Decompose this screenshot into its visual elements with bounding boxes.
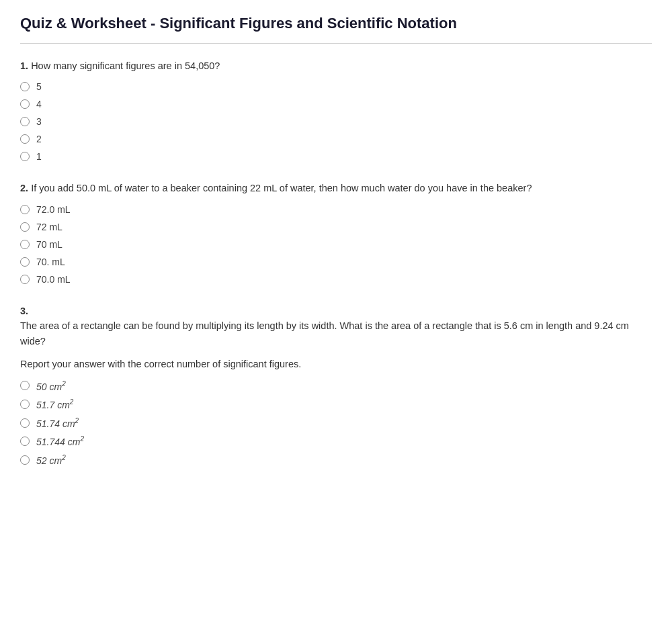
option-label: 70 mL bbox=[36, 239, 62, 250]
list-item[interactable]: 5 bbox=[20, 81, 652, 92]
option-label: 52 cm2 bbox=[36, 454, 66, 466]
page-title: Quiz & Worksheet - Significant Figures a… bbox=[20, 13, 652, 44]
q3-body: The area of a rectangle can be found by … bbox=[20, 320, 629, 346]
list-item[interactable]: 51.7 cm2 bbox=[20, 398, 652, 410]
radio-q3-5[interactable] bbox=[20, 455, 30, 465]
question-3: 3. The area of a rectangle can be found … bbox=[20, 304, 652, 466]
radio-q3-3[interactable] bbox=[20, 418, 30, 428]
option-label: 51.7 cm2 bbox=[36, 398, 73, 410]
option-label: 5 bbox=[36, 81, 42, 92]
q3-subtext: Report your answer with the correct numb… bbox=[20, 357, 652, 371]
list-item[interactable]: 72.0 mL bbox=[20, 204, 652, 215]
option-label: 70.0 mL bbox=[36, 274, 71, 285]
option-label: 50 cm2 bbox=[36, 380, 66, 392]
radio-q2-1[interactable] bbox=[20, 205, 30, 214]
list-item[interactable]: 4 bbox=[20, 99, 652, 109]
q1-options: 5 4 3 2 1 bbox=[20, 81, 652, 162]
list-item[interactable]: 2 bbox=[20, 134, 652, 144]
radio-q2-4[interactable] bbox=[20, 257, 30, 267]
radio-q3-2[interactable] bbox=[20, 400, 30, 409]
list-item[interactable]: 51.744 cm2 bbox=[20, 435, 652, 447]
list-item[interactable]: 70. mL bbox=[20, 257, 652, 267]
radio-q2-5[interactable] bbox=[20, 275, 30, 284]
list-item[interactable]: 50 cm2 bbox=[20, 380, 652, 392]
option-label: 51.744 cm2 bbox=[36, 435, 84, 447]
q2-body: If you add 50.0 mL of water to a beaker … bbox=[31, 183, 532, 193]
list-item[interactable]: 3 bbox=[20, 116, 652, 127]
list-item[interactable]: 52 cm2 bbox=[20, 454, 652, 466]
option-label: 70. mL bbox=[36, 257, 65, 267]
list-item[interactable]: 51.74 cm2 bbox=[20, 417, 652, 429]
q3-options: 50 cm2 51.7 cm2 51.74 cm2 51.744 cm2 52 … bbox=[20, 380, 652, 466]
radio-q2-2[interactable] bbox=[20, 222, 30, 232]
option-label: 3 bbox=[36, 116, 42, 127]
radio-q1-1[interactable] bbox=[20, 152, 30, 161]
list-item[interactable]: 70.0 mL bbox=[20, 274, 652, 285]
option-label: 2 bbox=[36, 134, 42, 144]
q2-options: 72.0 mL 72 mL 70 mL 70. mL 70.0 mL bbox=[20, 204, 652, 285]
list-item[interactable]: 72 mL bbox=[20, 222, 652, 232]
radio-q3-4[interactable] bbox=[20, 437, 30, 446]
list-item[interactable]: 70 mL bbox=[20, 239, 652, 250]
option-label: 1 bbox=[36, 151, 42, 162]
question-1: 1. How many significant figures are in 5… bbox=[20, 58, 652, 162]
option-label: 4 bbox=[36, 99, 42, 109]
question-1-text: 1. How many significant figures are in 5… bbox=[20, 58, 652, 73]
q1-number: 1. bbox=[20, 60, 28, 71]
option-label: 72.0 mL bbox=[36, 204, 71, 215]
question-3-text: 3. The area of a rectangle can be found … bbox=[20, 304, 652, 349]
radio-q1-4[interactable] bbox=[20, 99, 30, 109]
radio-q1-3[interactable] bbox=[20, 117, 30, 126]
radio-q2-3[interactable] bbox=[20, 240, 30, 249]
radio-q3-1[interactable] bbox=[20, 381, 30, 390]
radio-q1-5[interactable] bbox=[20, 82, 30, 91]
option-label: 72 mL bbox=[36, 222, 62, 232]
option-label: 51.74 cm2 bbox=[36, 417, 79, 429]
list-item[interactable]: 1 bbox=[20, 151, 652, 162]
question-2: 2. If you add 50.0 mL of water to a beak… bbox=[20, 181, 652, 284]
radio-q1-2[interactable] bbox=[20, 134, 30, 144]
q3-number: 3. bbox=[20, 306, 28, 316]
q2-number: 2. bbox=[20, 183, 28, 193]
question-2-text: 2. If you add 50.0 mL of water to a beak… bbox=[20, 181, 652, 195]
q1-body: How many significant figures are in 54,0… bbox=[31, 60, 220, 71]
